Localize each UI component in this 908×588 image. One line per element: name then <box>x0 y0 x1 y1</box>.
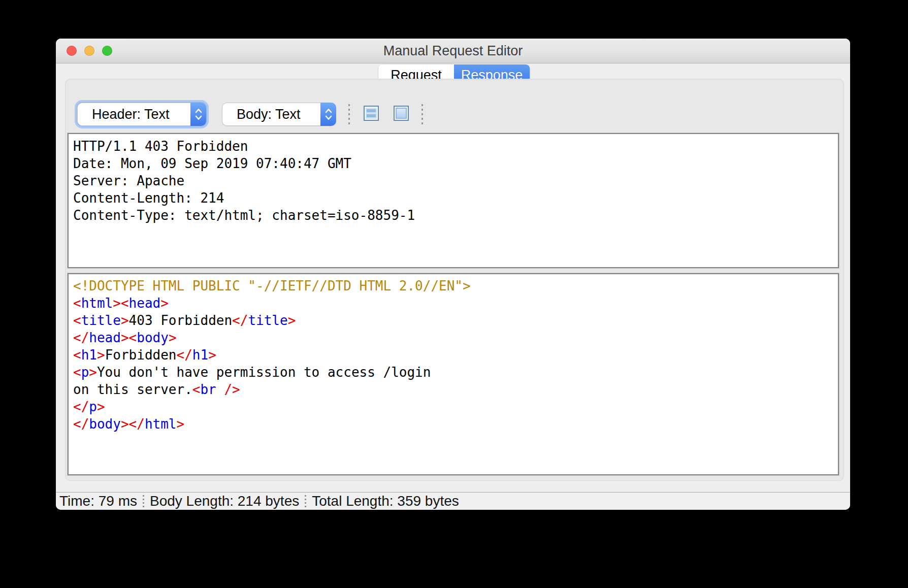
body-line: <!DOCTYPE HTML PUBLIC "-//IETF//DTD HTML… <box>73 277 834 295</box>
popup-arrows-icon <box>190 103 206 126</box>
body-line: on this server.<br /> <box>73 381 834 398</box>
toolbar-separator <box>348 104 350 124</box>
response-header-text[interactable]: HTTP/1.1 403 ForbiddenDate: Mon, 09 Sep … <box>68 133 839 268</box>
popup-arrows-icon <box>320 103 336 126</box>
window-title: Manual Request Editor <box>56 39 850 63</box>
title-bar[interactable]: Manual Request Editor <box>56 39 850 63</box>
body-line: <p>You don't have permission to access /… <box>73 364 834 381</box>
header-line: Content-Length: 214 <box>73 189 834 207</box>
split-pane-button[interactable] <box>364 106 379 121</box>
body-line: <h1>Forbidden</h1> <box>73 346 834 364</box>
body-line: <html><head> <box>73 295 834 312</box>
header-line: Content-Type: text/html; charset=iso-885… <box>73 207 834 224</box>
status-time: Time: 79 ms <box>59 493 137 509</box>
header-line: Date: Mon, 09 Sep 2019 07:40:47 GMT <box>73 155 834 172</box>
single-pane-icon <box>396 108 407 119</box>
single-pane-button[interactable] <box>394 106 409 121</box>
header-line: Server: Apache <box>73 172 834 189</box>
status-total-length: Total Length: 359 bytes <box>312 493 459 509</box>
response-body-text[interactable]: <!DOCTYPE HTML PUBLIC "-//IETF//DTD HTML… <box>68 273 839 475</box>
status-body-length: Body Length: 214 bytes <box>150 493 299 509</box>
split-pane-icon <box>366 108 377 119</box>
header-format-select[interactable]: Header: Text <box>77 103 206 126</box>
body-line: </body></html> <box>73 415 834 433</box>
status-separator <box>143 495 144 507</box>
manual-request-editor-window: Manual Request Editor Request Response H… <box>56 39 850 510</box>
toolbar-separator <box>421 104 423 124</box>
body-format-value: Body: Text <box>237 103 301 125</box>
body-format-select[interactable]: Body: Text <box>222 103 336 126</box>
body-line: </p> <box>73 398 834 415</box>
status-separator <box>305 495 306 507</box>
header-line: HTTP/1.1 403 Forbidden <box>73 138 834 155</box>
body-line: </head><body> <box>73 329 834 346</box>
status-bar: Time: 79 ms Body Length: 214 bytes Total… <box>56 492 850 510</box>
header-format-value: Header: Text <box>92 103 170 125</box>
body-line: <title>403 Forbidden</title> <box>73 312 834 329</box>
